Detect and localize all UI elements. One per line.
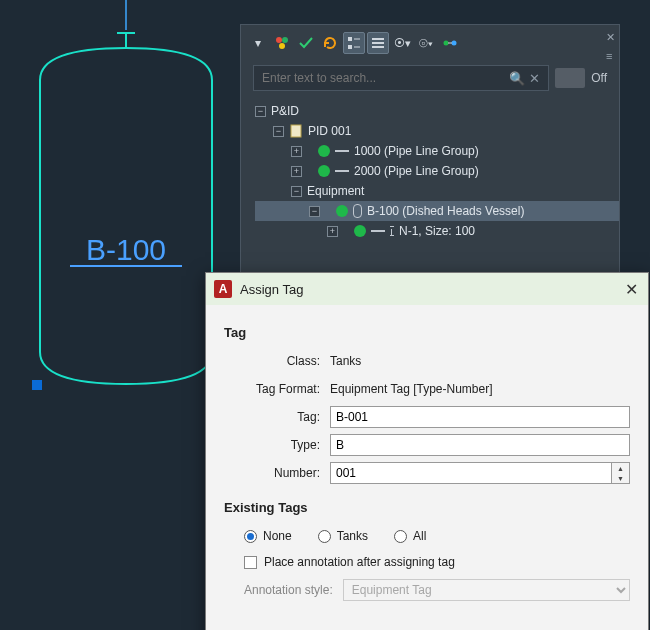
radio-tanks[interactable]: Tanks	[318, 529, 368, 543]
search-toggle[interactable]	[555, 68, 585, 88]
annotation-style-label: Annotation style:	[244, 583, 333, 597]
annotation-style-select: Equipment Tag	[343, 579, 630, 601]
tree-doc[interactable]: − PID 001	[255, 121, 619, 141]
filter-icon-2[interactable]: ⦾▾	[415, 32, 437, 54]
existing-tags-radios: None Tanks All	[224, 523, 630, 553]
radio-all[interactable]: All	[394, 529, 426, 543]
search-row: 🔍 ✕ Off	[241, 61, 619, 99]
dialog-titlebar: A Assign Tag ✕	[206, 273, 648, 305]
input-tag[interactable]	[330, 406, 630, 428]
svg-rect-8	[348, 45, 352, 49]
label-type: Type:	[224, 438, 330, 452]
number-spinner[interactable]: ▲▼	[612, 462, 630, 484]
tree-root[interactable]: − P&ID	[255, 101, 619, 121]
status-dot-icon	[354, 225, 366, 237]
svg-point-15	[452, 41, 457, 46]
app-icon: A	[214, 280, 232, 298]
close-icon[interactable]: ✕	[625, 280, 638, 299]
status-dot-icon	[318, 165, 330, 177]
search-box: 🔍 ✕	[253, 65, 549, 91]
svg-point-6	[279, 43, 285, 49]
list-view-icon[interactable]	[367, 32, 389, 54]
value-class: Tanks	[330, 354, 630, 368]
tree-nozzle[interactable]: + N-1, Size: 100	[255, 221, 619, 241]
section-existing: Existing Tags	[224, 500, 630, 515]
input-type[interactable]	[330, 434, 630, 456]
panel-menu-icon[interactable]: ≡	[606, 50, 615, 62]
panel-toolbar: ▾ ⦿▾ ⦾▾	[241, 25, 619, 61]
refresh-icon[interactable]	[319, 32, 341, 54]
radio-none[interactable]: None	[244, 529, 292, 543]
validate-icon[interactable]	[295, 32, 317, 54]
svg-point-5	[282, 37, 288, 43]
radio-icon	[318, 530, 331, 543]
vessel-label-text: B-100	[86, 233, 166, 266]
value-tag-format: Equipment Tag [Type-Number]	[330, 382, 630, 396]
tree-vessel-selected[interactable]: − B-100 (Dished Heads Vessel)	[255, 201, 619, 221]
tree-group-1[interactable]: + 1000 (Pipe Line Group)	[255, 141, 619, 161]
section-tag: Tag	[224, 325, 630, 340]
project-browser-panel: ▾ ⦿▾ ⦾▾ ✕ ≡ 🔍 ✕ Off − P&ID − PID 001	[240, 24, 620, 284]
palette-icon[interactable]	[271, 32, 293, 54]
svg-point-4	[276, 37, 282, 43]
tree-view-icon[interactable]	[343, 32, 365, 54]
link-icon[interactable]	[439, 32, 461, 54]
label-tag: Tag:	[224, 410, 330, 424]
radio-icon	[394, 530, 407, 543]
dropdown-toolbar-icon[interactable]: ▾	[247, 32, 269, 54]
place-annotation-label: Place annotation after assigning tag	[264, 555, 455, 569]
nozzle-icon	[390, 226, 394, 236]
tree-group-2[interactable]: + 2000 (Pipe Line Group)	[255, 161, 619, 181]
search-toggle-label: Off	[591, 71, 607, 85]
checkbox-icon[interactable]	[244, 556, 257, 569]
search-input[interactable]	[262, 71, 505, 85]
filter-icon-1[interactable]: ⦿▾	[391, 32, 413, 54]
dialog-title: Assign Tag	[240, 282, 617, 297]
close-panel-icon[interactable]: ✕	[606, 31, 615, 44]
vessel-icon	[353, 204, 362, 218]
assign-tag-dialog: A Assign Tag ✕ Tag Class: Tanks Tag Form…	[205, 272, 649, 630]
svg-point-14	[444, 41, 449, 46]
label-number: Number:	[224, 466, 330, 480]
selection-grip[interactable]	[32, 380, 42, 390]
status-dot-icon	[336, 205, 348, 217]
label-tag-format: Tag Format:	[224, 382, 330, 396]
project-tree: − P&ID − PID 001 + 1000 (Pipe Line Group…	[241, 99, 619, 247]
search-icon[interactable]: 🔍	[509, 71, 525, 86]
radio-icon	[244, 530, 257, 543]
annotation-style-row: Annotation style: Equipment Tag	[224, 579, 630, 609]
svg-rect-17	[291, 125, 301, 137]
svg-rect-7	[348, 37, 352, 41]
status-dot-icon	[318, 145, 330, 157]
label-class: Class:	[224, 354, 330, 368]
tree-equipment[interactable]: − Equipment	[255, 181, 619, 201]
document-icon	[289, 124, 303, 138]
input-number[interactable]	[330, 462, 612, 484]
clear-search-icon[interactable]: ✕	[529, 71, 540, 86]
place-annotation-row[interactable]: Place annotation after assigning tag	[224, 553, 630, 579]
